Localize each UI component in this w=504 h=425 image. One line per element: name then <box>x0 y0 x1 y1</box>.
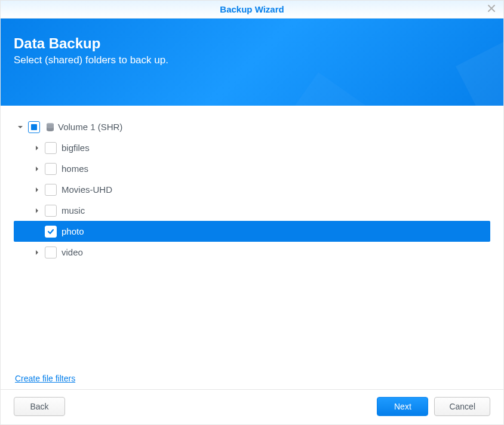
titlebar: Backup Wizard <box>1 1 503 19</box>
dialog-title: Backup Wizard <box>1 4 503 14</box>
close-button[interactable] <box>484 3 499 17</box>
volume-icon <box>45 122 56 133</box>
back-button[interactable]: Back <box>14 397 65 416</box>
page-title: Data Backup <box>14 35 490 52</box>
create-file-filters-link[interactable]: Create file filters <box>15 374 490 383</box>
tree-label: video <box>62 247 83 257</box>
footer: Back Next Cancel <box>1 389 503 424</box>
expander-icon[interactable] <box>33 227 41 236</box>
next-button[interactable]: Next <box>377 397 428 416</box>
tree-label: Volume 1 (SHR) <box>58 122 122 132</box>
expander-icon[interactable] <box>16 123 24 131</box>
tree-label: Movies-UHD <box>62 184 112 195</box>
checkbox[interactable] <box>45 163 57 175</box>
checkbox[interactable] <box>45 205 57 217</box>
expander-icon[interactable] <box>33 144 41 152</box>
backup-wizard-dialog: Backup Wizard Data Backup Select (shared… <box>0 0 504 425</box>
tree-row[interactable]: Movies-UHD <box>14 179 490 200</box>
tree-row-root[interactable]: Volume 1 (SHR) <box>14 116 490 137</box>
wizard-header: Data Backup Select (shared) folders to b… <box>1 19 503 106</box>
cancel-button[interactable]: Cancel <box>434 397 490 416</box>
tree-row[interactable]: video <box>14 242 490 263</box>
checkbox[interactable] <box>45 247 57 258</box>
checkbox[interactable] <box>45 226 57 238</box>
tree-label: music <box>62 205 85 215</box>
tree-row[interactable]: photo <box>14 221 490 242</box>
checkbox[interactable] <box>45 184 57 196</box>
tree-row[interactable]: homes <box>14 158 490 179</box>
expander-icon[interactable] <box>33 186 41 194</box>
tree-label: homes <box>62 164 88 174</box>
expander-icon[interactable] <box>33 248 41 257</box>
tree-row[interactable]: music <box>14 200 490 221</box>
checkbox[interactable] <box>45 142 57 154</box>
tree-label: bigfiles <box>62 143 90 153</box>
page-subtitle: Select (shared) folders to back up. <box>14 54 490 66</box>
folder-tree: Volume 1 (SHR)bigfileshomesMovies-UHDmus… <box>14 116 490 369</box>
tree-label: photo <box>62 226 84 236</box>
checkbox[interactable] <box>28 121 40 133</box>
expander-icon[interactable] <box>33 207 41 215</box>
tree-row[interactable]: bigfiles <box>14 137 490 158</box>
content-area: Volume 1 (SHR)bigfileshomesMovies-UHDmus… <box>1 106 503 389</box>
expander-icon[interactable] <box>33 165 41 173</box>
